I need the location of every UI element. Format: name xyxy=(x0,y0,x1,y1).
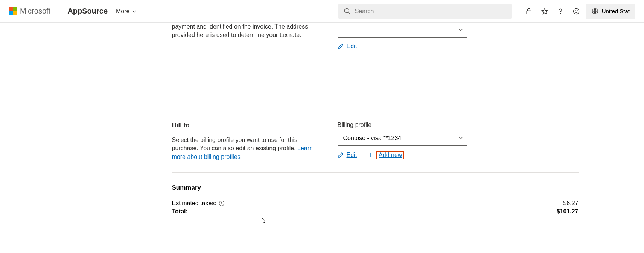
feedback-smile-icon[interactable] xyxy=(572,8,580,15)
svg-line-1 xyxy=(348,12,350,14)
more-button[interactable]: More xyxy=(116,8,137,15)
billing-profile-dropdown[interactable]: Contoso - visa **1234 xyxy=(338,131,467,146)
sold-to-section: payment and identified on the invoice. T… xyxy=(172,23,579,57)
bill-to-description: Select the billing profile you want to u… xyxy=(172,136,319,161)
billing-profile-selected: Contoso - visa **1234 xyxy=(343,135,402,142)
search-box[interactable] xyxy=(338,4,512,19)
svg-point-10 xyxy=(221,202,222,203)
main-content: payment and identified on the invoice. T… xyxy=(65,23,579,228)
lock-icon[interactable] xyxy=(525,8,533,15)
brand-divider: | xyxy=(58,7,60,15)
more-label: More xyxy=(116,8,129,15)
summary-total-row: Total: $101.27 xyxy=(172,208,579,215)
microsoft-logo-icon xyxy=(9,7,17,15)
svg-point-3 xyxy=(560,13,560,14)
svg-rect-2 xyxy=(527,11,531,14)
add-new-highlight: Add new xyxy=(376,151,404,159)
svg-point-0 xyxy=(344,8,349,13)
svg-point-6 xyxy=(577,10,577,11)
header-icon-group xyxy=(525,8,580,15)
summary-taxes-row: Estimated taxes: $6.27 xyxy=(172,200,579,207)
pencil-icon xyxy=(338,152,344,158)
brand-label: Microsoft xyxy=(20,7,50,15)
chevron-down-icon xyxy=(458,27,463,33)
bill-to-title: Bill to xyxy=(172,122,319,129)
sold-to-dropdown[interactable] xyxy=(338,23,467,38)
billing-profile-label: Billing profile xyxy=(338,122,579,128)
microsoft-logo[interactable]: Microsoft xyxy=(9,7,50,15)
search-input[interactable] xyxy=(355,8,506,15)
info-icon[interactable] xyxy=(219,200,225,206)
total-value: $101.27 xyxy=(557,208,579,215)
sold-to-edit-button[interactable]: Edit xyxy=(338,43,357,50)
help-icon[interactable] xyxy=(557,8,564,15)
section-divider xyxy=(172,172,579,173)
svg-point-4 xyxy=(573,8,579,14)
section-divider xyxy=(172,228,579,228)
pencil-icon xyxy=(338,43,344,49)
summary-title: Summary xyxy=(172,184,579,192)
total-label: Total: xyxy=(172,208,188,215)
add-new-label: Add new xyxy=(379,152,402,158)
taxes-value: $6.27 xyxy=(563,200,578,207)
edit-label: Edit xyxy=(347,152,357,159)
billing-edit-button[interactable]: Edit xyxy=(338,152,357,159)
globe-icon xyxy=(591,8,599,15)
top-header: Microsoft | AppSource More United Stat xyxy=(0,0,644,23)
chevron-down-icon xyxy=(132,9,137,14)
billing-add-new-button[interactable]: Add new xyxy=(367,151,404,159)
locale-button[interactable]: United Stat xyxy=(586,4,635,19)
star-icon[interactable] xyxy=(541,8,548,15)
edit-label: Edit xyxy=(347,43,357,50)
search-icon xyxy=(344,8,351,15)
chevron-down-icon xyxy=(458,136,463,141)
summary-section: Summary Estimated taxes: $6.27 Total: $1… xyxy=(172,177,579,224)
plus-icon xyxy=(367,152,373,158)
svg-point-5 xyxy=(575,10,575,11)
app-name-label[interactable]: AppSource xyxy=(67,7,108,15)
section-divider xyxy=(172,110,579,110)
bill-to-section: Bill to Select the billing profile you w… xyxy=(172,114,579,169)
sold-to-description: payment and identified on the invoice. T… xyxy=(172,23,319,40)
taxes-label: Estimated taxes: xyxy=(172,200,216,207)
sold-to-dropdown-value xyxy=(343,27,345,34)
locale-label: United Stat xyxy=(602,8,630,14)
